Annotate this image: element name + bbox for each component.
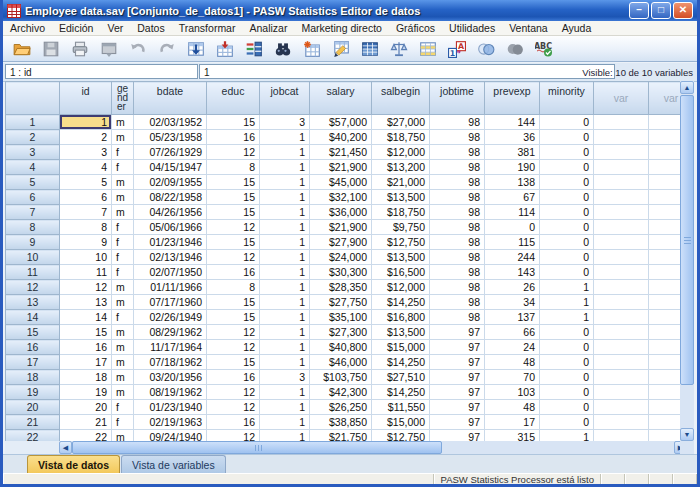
cell[interactable]: $27,510 [372,370,430,385]
cell[interactable]: $21,450 [310,145,372,160]
cell[interactable]: 15 [207,235,260,250]
cell[interactable]: 8 [207,160,260,175]
column-header-id[interactable]: id [60,82,112,115]
value-labels-icon[interactable]: A 1 [444,37,469,60]
row-number[interactable]: 16 [6,340,60,355]
cell[interactable]: 1 [260,265,310,280]
cell[interactable]: $35,100 [310,310,372,325]
cell[interactable] [594,130,649,145]
cell[interactable]: m [112,295,134,310]
cell[interactable]: f [112,415,134,430]
cell[interactable]: 48 [485,400,540,415]
cell[interactable] [594,175,649,190]
cell[interactable]: 3 [60,145,112,160]
row-number[interactable]: 20 [6,400,60,415]
cell[interactable]: f [112,160,134,175]
cell[interactable]: 1 [260,130,310,145]
cell[interactable]: 17 [485,415,540,430]
cell[interactable]: 4 [60,160,112,175]
cell[interactable]: f [112,265,134,280]
cell[interactable]: $27,000 [372,115,430,130]
cell[interactable]: $12,750 [372,235,430,250]
cell[interactable]: 16 [207,265,260,280]
cell[interactable]: $40,200 [310,130,372,145]
cell[interactable]: m [112,355,134,370]
cell[interactable] [594,355,649,370]
cell[interactable]: 12 [207,430,260,442]
cell[interactable] [594,325,649,340]
cell[interactable]: $38,850 [310,415,372,430]
cell[interactable]: 98 [430,130,485,145]
cell[interactable]: 244 [485,250,540,265]
cell[interactable]: 0 [540,130,594,145]
cell[interactable]: 34 [485,295,540,310]
menu-item-ver[interactable]: Ver [100,21,130,35]
cell[interactable]: 8 [207,280,260,295]
cell[interactable]: 15 [207,190,260,205]
tab-vista-de-variables[interactable]: Vista de variables [121,455,226,473]
cell[interactable]: 15 [60,325,112,340]
cell[interactable]: 12 [207,325,260,340]
scroll-up-icon[interactable]: ▲ [680,81,694,94]
cell[interactable]: 7 [60,205,112,220]
cell[interactable] [594,235,649,250]
cell[interactable] [594,190,649,205]
cell[interactable]: 0 [540,190,594,205]
cell[interactable]: 144 [485,115,540,130]
cell[interactable]: 01/11/1966 [134,280,207,295]
cell[interactable]: 1 [260,355,310,370]
cell[interactable]: $13,500 [372,190,430,205]
cell[interactable]: 17 [60,355,112,370]
cell[interactable]: 11 [60,265,112,280]
cell[interactable] [594,295,649,310]
cell[interactable]: m [112,175,134,190]
close-button[interactable]: ✕ [673,2,693,19]
cell[interactable]: 0 [540,235,594,250]
cell[interactable]: 6 [60,190,112,205]
cell[interactable]: 1 [540,310,594,325]
cell[interactable]: 0 [540,205,594,220]
menu-item-utilidades[interactable]: Utilidades [442,21,502,35]
cell[interactable]: 1 [260,250,310,265]
cell[interactable]: 1 [540,295,594,310]
cell[interactable]: 01/23/1940 [134,400,207,415]
save-icon[interactable] [38,37,63,60]
horizontal-scroll-thumb[interactable] [72,441,442,454]
cell[interactable]: 1 [260,190,310,205]
cell[interactable]: 0 [540,145,594,160]
maximize-button[interactable]: □ [651,2,671,19]
cell[interactable] [594,265,649,280]
cell[interactable]: 02/13/1946 [134,250,207,265]
menu-item-transformar[interactable]: Transformar [172,21,243,35]
cell[interactable]: 07/26/1929 [134,145,207,160]
cell[interactable] [594,415,649,430]
cell[interactable]: 0 [540,265,594,280]
cell[interactable]: m [112,130,134,145]
row-number[interactable]: 18 [6,370,60,385]
column-header-educ[interactable]: educ [207,82,260,115]
row-number[interactable]: 5 [6,175,60,190]
cell[interactable]: 05/23/1958 [134,130,207,145]
cell[interactable]: 137 [485,310,540,325]
cell[interactable]: 20 [60,400,112,415]
cell[interactable]: 16 [60,340,112,355]
cell[interactable]: $103,750 [310,370,372,385]
cell[interactable]: f [112,250,134,265]
cell[interactable]: 98 [430,265,485,280]
cell[interactable]: m [112,370,134,385]
cell[interactable]: 12 [207,400,260,415]
column-header-prevexp[interactable]: prevexp [485,82,540,115]
row-number[interactable]: 10 [6,250,60,265]
menu-item-datos[interactable]: Datos [130,21,171,35]
cell[interactable]: 67 [485,190,540,205]
cell[interactable]: 12 [60,280,112,295]
cell[interactable]: 98 [430,190,485,205]
cell[interactable]: 98 [430,205,485,220]
cell[interactable]: 97 [430,370,485,385]
cell[interactable]: 0 [540,355,594,370]
cell-name-box[interactable]: 1 : id [5,64,198,79]
cell[interactable]: $18,750 [372,205,430,220]
cell[interactable]: 0 [540,115,594,130]
goto-variable-icon[interactable] [212,37,237,60]
cell[interactable]: 12 [207,145,260,160]
